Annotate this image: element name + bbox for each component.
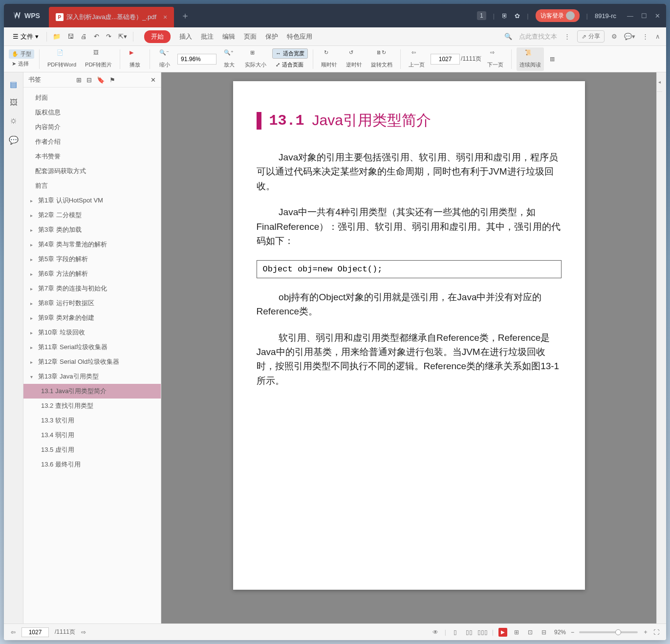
expand-all-icon[interactable]: ⊞ [76, 76, 82, 84]
more2-icon[interactable]: ⋮ [642, 33, 648, 40]
bookmark-add-icon[interactable]: 🔖 [97, 76, 105, 84]
bookmark-item[interactable]: 13.4 弱引用 [23, 428, 161, 443]
bookmark-item[interactable]: ▸第5章 字段的解析 [23, 252, 161, 266]
file-menu-button[interactable]: ☰ 文件 ▾ [10, 30, 42, 43]
page-number-input[interactable] [431, 54, 460, 65]
sb-zoom-in-icon[interactable]: ＋ [643, 628, 648, 636]
view-single-icon[interactable]: ▯ [451, 628, 460, 637]
thumbnails-icon[interactable]: 🖼 [8, 97, 20, 109]
annotations-icon[interactable]: 💬 [8, 134, 20, 146]
play-button[interactable]: ▶播放 [125, 47, 145, 71]
bookmark-item[interactable]: 13.6 最终引用 [23, 457, 161, 472]
pdf-to-word-button[interactable]: 📄PDF转Word [44, 47, 79, 71]
sb-zoom-out-icon[interactable]: − [571, 629, 574, 636]
attachments-icon[interactable]: ⛭ [8, 115, 20, 127]
bookmark-item[interactable]: 13.1 Java引用类型简介 [23, 384, 161, 399]
bookmark-item[interactable]: ▸第3章 类的加载 [23, 222, 161, 237]
bookmark-item[interactable]: 作者介绍 [23, 134, 161, 149]
paw-icon[interactable]: ✿ [515, 12, 520, 20]
bookmark-item[interactable]: ▸第9章 类对象的创建 [23, 311, 161, 325]
zoom-slider[interactable] [579, 631, 638, 633]
tab-edit[interactable]: 编辑 [222, 30, 235, 43]
rotate-cw-button[interactable]: ↻顺时针 [318, 47, 340, 71]
pdf-to-image-button[interactable]: 🖼PDF转图片 [82, 47, 115, 71]
fit-width-button[interactable]: ↔适合宽度 [272, 48, 308, 59]
sb-page-input[interactable] [22, 627, 49, 637]
bookmark-item[interactable]: 配套源码获取方式 [23, 164, 161, 178]
collapse-ribbon-icon[interactable]: ∧ [655, 33, 660, 40]
outline-icon[interactable]: ▤ [8, 78, 20, 90]
tab-annotate[interactable]: 批注 [201, 30, 214, 43]
fullscreen-icon[interactable]: ⛶ [653, 629, 659, 636]
collapse-all-icon[interactable]: ⊟ [86, 76, 92, 84]
fit-page-button[interactable]: ⤢适合页面 [272, 60, 308, 70]
redo-icon[interactable]: ↷ [105, 32, 112, 41]
zoom-input[interactable] [177, 54, 216, 65]
save-icon[interactable]: 🖫 [66, 32, 75, 41]
hand-tool-button[interactable]: ✋手型 [9, 49, 34, 59]
bookmark-item[interactable]: ▸第11章 Serial垃圾收集器 [23, 340, 161, 355]
bookmark-item[interactable]: 版权信息 [23, 105, 161, 120]
bookmark-item[interactable]: ▸第12章 Serial Old垃圾收集器 [23, 355, 161, 369]
shield-icon[interactable]: ⛨ [501, 12, 508, 20]
eye-icon[interactable]: 👁 [431, 628, 440, 637]
bookmark-item[interactable]: ▸第10章 垃圾回收 [23, 325, 161, 340]
bookmark-item[interactable]: 13.5 虚引用 [23, 443, 161, 457]
close-tab-icon[interactable]: × [163, 13, 167, 21]
document-viewport[interactable]: 13.1 Java引用类型简介 Java对象的引用主要包括强引用、软引用、弱引用… [161, 72, 656, 623]
layout3-icon[interactable]: ⊟ [540, 628, 548, 637]
tab-special[interactable]: 特色应用 [287, 30, 312, 43]
zoom-thumb[interactable] [615, 629, 621, 635]
bookmark-flag-icon[interactable]: ⚑ [109, 76, 115, 84]
search-placeholder[interactable]: 点此查找文本 [519, 32, 557, 41]
minimize-button[interactable]: — [627, 12, 633, 20]
sb-play-icon[interactable]: ▶ [498, 628, 507, 637]
login-button[interactable]: 访客登录 [536, 9, 580, 22]
zoom-in-button[interactable]: 🔍⁺放大 [219, 47, 239, 71]
tab-protect[interactable]: 保护 [265, 30, 278, 43]
sb-next-icon[interactable]: ⇨ [81, 629, 86, 636]
print-icon[interactable]: 🖨 [80, 32, 88, 41]
zoom-out-button[interactable]: 🔍⁻缩小 [155, 47, 174, 71]
sb-prev-icon[interactable]: ⇦ [11, 629, 16, 636]
view-facing-icon[interactable]: ▯▯▯ [478, 628, 487, 637]
bookmark-item[interactable]: 13.2 查找引用类型 [23, 399, 161, 413]
close-window-button[interactable]: ✕ [655, 12, 660, 20]
open-icon[interactable]: 📁 [52, 32, 62, 41]
layout1-icon[interactable]: ⊞ [512, 628, 521, 637]
actual-size-button[interactable]: ⊞实际大小 [242, 47, 269, 71]
gear-icon[interactable]: ⚙ [611, 33, 617, 40]
rotate-ccw-button[interactable]: ↺逆时针 [343, 47, 365, 71]
add-tab-button[interactable]: ＋ [174, 4, 196, 27]
bookmark-item[interactable]: ▸第7章 类的连接与初始化 [23, 281, 161, 296]
rotate-doc-button[interactable]: 🗎↻旋转文档 [368, 47, 395, 71]
tab-start[interactable]: 开始 [144, 30, 171, 43]
undo-icon[interactable]: ↶ [93, 32, 100, 41]
next-page-button[interactable]: ⇨下一页 [484, 47, 506, 71]
export-icon[interactable]: ⇱▾ [117, 32, 128, 41]
bookmark-item[interactable]: 前言 [23, 178, 161, 193]
right-rail-toggle[interactable]: ◂ [657, 72, 662, 92]
comment-icon[interactable]: 💬▾ [624, 33, 635, 40]
more-icon[interactable]: ⋮ [564, 33, 570, 40]
bookmark-item[interactable]: ▸第1章 认识HotSpot VM [23, 193, 161, 208]
bookmark-item[interactable]: 本书赞誉 [23, 149, 161, 164]
bookmark-item[interactable]: 封面 [23, 90, 161, 105]
bookmark-item[interactable]: 13.3 软引用 [23, 413, 161, 428]
search-icon[interactable]: 🔍 [504, 33, 512, 40]
close-panel-icon[interactable]: ✕ [151, 76, 156, 84]
bookmark-item[interactable]: ▸第2章 二分模型 [23, 208, 161, 222]
document-tab[interactable]: P 深入剖析Java虚...基础卷）_.pdf × [49, 7, 174, 27]
tab-page[interactable]: 页面 [244, 30, 257, 43]
share-button[interactable]: ⇗ 分享 [577, 30, 605, 43]
layout2-icon[interactable]: ⊡ [526, 628, 535, 637]
bookmark-item[interactable]: ▸第8章 运行时数据区 [23, 296, 161, 311]
select-tool-button[interactable]: ➤选择 [9, 59, 34, 68]
tab-insert[interactable]: 插入 [179, 30, 192, 43]
prev-page-button[interactable]: ⇦上一页 [406, 47, 428, 71]
bookmark-item[interactable]: ▸第4章 类与常量池的解析 [23, 237, 161, 252]
bookmark-item[interactable]: 内容简介 [23, 120, 161, 134]
bookmark-item[interactable]: ▾第13章 Java引用类型 [23, 369, 161, 384]
continuous-read-button[interactable]: 📜连续阅读 [517, 47, 544, 71]
bookmark-item[interactable]: ▸第6章 方法的解析 [23, 266, 161, 281]
